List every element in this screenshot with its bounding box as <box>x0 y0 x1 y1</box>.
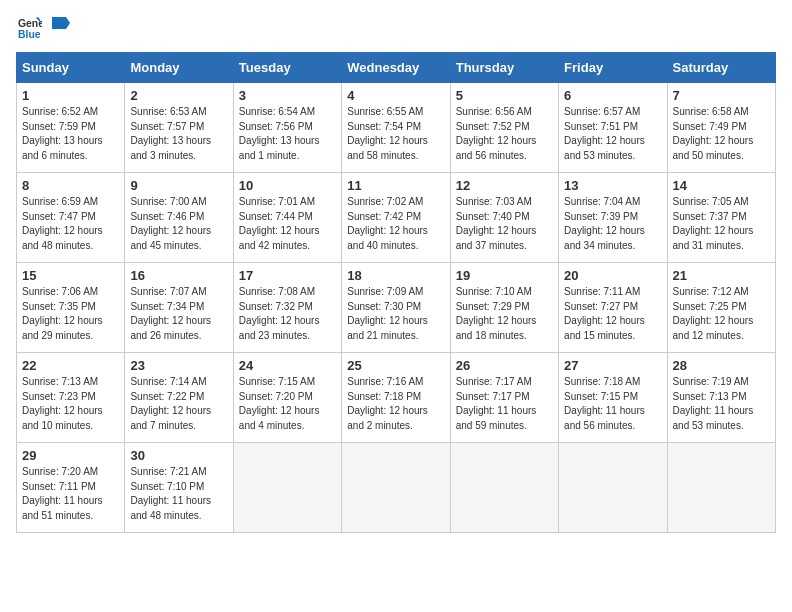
day-number: 11 <box>347 178 444 193</box>
calendar-cell: 22Sunrise: 7:13 AM Sunset: 7:23 PM Dayli… <box>17 353 125 443</box>
day-info: Sunrise: 6:59 AM Sunset: 7:47 PM Dayligh… <box>22 195 119 253</box>
day-info: Sunrise: 6:53 AM Sunset: 7:57 PM Dayligh… <box>130 105 227 163</box>
day-info: Sunrise: 6:58 AM Sunset: 7:49 PM Dayligh… <box>673 105 770 163</box>
calendar-cell: 30Sunrise: 7:21 AM Sunset: 7:10 PM Dayli… <box>125 443 233 533</box>
calendar-cell: 6Sunrise: 6:57 AM Sunset: 7:51 PM Daylig… <box>559 83 667 173</box>
day-number: 21 <box>673 268 770 283</box>
calendar-cell: 13Sunrise: 7:04 AM Sunset: 7:39 PM Dayli… <box>559 173 667 263</box>
calendar-cell <box>342 443 450 533</box>
dow-header-tuesday: Tuesday <box>233 53 341 83</box>
calendar-cell: 1Sunrise: 6:52 AM Sunset: 7:59 PM Daylig… <box>17 83 125 173</box>
svg-text:Blue: Blue <box>18 29 41 40</box>
dow-header-monday: Monday <box>125 53 233 83</box>
calendar-cell: 28Sunrise: 7:19 AM Sunset: 7:13 PM Dayli… <box>667 353 775 443</box>
logo: General Blue <box>16 16 70 44</box>
day-number: 25 <box>347 358 444 373</box>
day-info: Sunrise: 7:10 AM Sunset: 7:29 PM Dayligh… <box>456 285 553 343</box>
day-number: 29 <box>22 448 119 463</box>
svg-marker-3 <box>52 17 66 29</box>
day-info: Sunrise: 7:17 AM Sunset: 7:17 PM Dayligh… <box>456 375 553 433</box>
calendar-cell <box>233 443 341 533</box>
calendar-cell: 23Sunrise: 7:14 AM Sunset: 7:22 PM Dayli… <box>125 353 233 443</box>
day-info: Sunrise: 6:56 AM Sunset: 7:52 PM Dayligh… <box>456 105 553 163</box>
calendar-body: 1Sunrise: 6:52 AM Sunset: 7:59 PM Daylig… <box>17 83 776 533</box>
day-info: Sunrise: 7:00 AM Sunset: 7:46 PM Dayligh… <box>130 195 227 253</box>
logo-flag-icon <box>48 15 70 37</box>
week-row-4: 22Sunrise: 7:13 AM Sunset: 7:23 PM Dayli… <box>17 353 776 443</box>
day-number: 22 <box>22 358 119 373</box>
day-info: Sunrise: 6:57 AM Sunset: 7:51 PM Dayligh… <box>564 105 661 163</box>
calendar-cell: 24Sunrise: 7:15 AM Sunset: 7:20 PM Dayli… <box>233 353 341 443</box>
calendar-cell: 27Sunrise: 7:18 AM Sunset: 7:15 PM Dayli… <box>559 353 667 443</box>
day-number: 5 <box>456 88 553 103</box>
dow-header-thursday: Thursday <box>450 53 558 83</box>
day-info: Sunrise: 6:54 AM Sunset: 7:56 PM Dayligh… <box>239 105 336 163</box>
day-number: 14 <box>673 178 770 193</box>
calendar-cell: 9Sunrise: 7:00 AM Sunset: 7:46 PM Daylig… <box>125 173 233 263</box>
calendar-cell: 21Sunrise: 7:12 AM Sunset: 7:25 PM Dayli… <box>667 263 775 353</box>
dow-header-wednesday: Wednesday <box>342 53 450 83</box>
calendar-cell: 15Sunrise: 7:06 AM Sunset: 7:35 PM Dayli… <box>17 263 125 353</box>
day-number: 16 <box>130 268 227 283</box>
day-number: 13 <box>564 178 661 193</box>
calendar-cell: 16Sunrise: 7:07 AM Sunset: 7:34 PM Dayli… <box>125 263 233 353</box>
calendar-cell: 11Sunrise: 7:02 AM Sunset: 7:42 PM Dayli… <box>342 173 450 263</box>
day-info: Sunrise: 7:21 AM Sunset: 7:10 PM Dayligh… <box>130 465 227 523</box>
calendar-cell <box>450 443 558 533</box>
day-info: Sunrise: 7:05 AM Sunset: 7:37 PM Dayligh… <box>673 195 770 253</box>
day-number: 10 <box>239 178 336 193</box>
dow-header-saturday: Saturday <box>667 53 775 83</box>
logo-icon: General Blue <box>18 16 42 40</box>
days-of-week-row: SundayMondayTuesdayWednesdayThursdayFrid… <box>17 53 776 83</box>
dow-header-friday: Friday <box>559 53 667 83</box>
day-number: 17 <box>239 268 336 283</box>
day-info: Sunrise: 7:02 AM Sunset: 7:42 PM Dayligh… <box>347 195 444 253</box>
calendar-cell: 29Sunrise: 7:20 AM Sunset: 7:11 PM Dayli… <box>17 443 125 533</box>
day-number: 28 <box>673 358 770 373</box>
week-row-5: 29Sunrise: 7:20 AM Sunset: 7:11 PM Dayli… <box>17 443 776 533</box>
day-number: 18 <box>347 268 444 283</box>
day-info: Sunrise: 6:55 AM Sunset: 7:54 PM Dayligh… <box>347 105 444 163</box>
day-info: Sunrise: 7:06 AM Sunset: 7:35 PM Dayligh… <box>22 285 119 343</box>
day-number: 30 <box>130 448 227 463</box>
day-info: Sunrise: 7:03 AM Sunset: 7:40 PM Dayligh… <box>456 195 553 253</box>
calendar-cell: 7Sunrise: 6:58 AM Sunset: 7:49 PM Daylig… <box>667 83 775 173</box>
calendar-cell: 5Sunrise: 6:56 AM Sunset: 7:52 PM Daylig… <box>450 83 558 173</box>
calendar-cell: 26Sunrise: 7:17 AM Sunset: 7:17 PM Dayli… <box>450 353 558 443</box>
day-number: 3 <box>239 88 336 103</box>
calendar-cell: 12Sunrise: 7:03 AM Sunset: 7:40 PM Dayli… <box>450 173 558 263</box>
day-info: Sunrise: 7:19 AM Sunset: 7:13 PM Dayligh… <box>673 375 770 433</box>
day-number: 7 <box>673 88 770 103</box>
week-row-3: 15Sunrise: 7:06 AM Sunset: 7:35 PM Dayli… <box>17 263 776 353</box>
day-info: Sunrise: 7:09 AM Sunset: 7:30 PM Dayligh… <box>347 285 444 343</box>
svg-marker-4 <box>66 17 70 29</box>
calendar-cell: 20Sunrise: 7:11 AM Sunset: 7:27 PM Dayli… <box>559 263 667 353</box>
day-number: 4 <box>347 88 444 103</box>
day-number: 15 <box>22 268 119 283</box>
day-number: 23 <box>130 358 227 373</box>
day-number: 20 <box>564 268 661 283</box>
calendar-table: SundayMondayTuesdayWednesdayThursdayFrid… <box>16 52 776 533</box>
week-row-2: 8Sunrise: 6:59 AM Sunset: 7:47 PM Daylig… <box>17 173 776 263</box>
day-number: 12 <box>456 178 553 193</box>
day-number: 24 <box>239 358 336 373</box>
calendar-cell: 17Sunrise: 7:08 AM Sunset: 7:32 PM Dayli… <box>233 263 341 353</box>
day-info: Sunrise: 7:15 AM Sunset: 7:20 PM Dayligh… <box>239 375 336 433</box>
day-info: Sunrise: 7:20 AM Sunset: 7:11 PM Dayligh… <box>22 465 119 523</box>
day-info: Sunrise: 7:11 AM Sunset: 7:27 PM Dayligh… <box>564 285 661 343</box>
day-info: Sunrise: 7:18 AM Sunset: 7:15 PM Dayligh… <box>564 375 661 433</box>
page-header: General Blue <box>16 16 776 44</box>
calendar-cell: 3Sunrise: 6:54 AM Sunset: 7:56 PM Daylig… <box>233 83 341 173</box>
calendar-cell: 18Sunrise: 7:09 AM Sunset: 7:30 PM Dayli… <box>342 263 450 353</box>
day-info: Sunrise: 7:01 AM Sunset: 7:44 PM Dayligh… <box>239 195 336 253</box>
calendar-cell: 10Sunrise: 7:01 AM Sunset: 7:44 PM Dayli… <box>233 173 341 263</box>
day-info: Sunrise: 6:52 AM Sunset: 7:59 PM Dayligh… <box>22 105 119 163</box>
day-info: Sunrise: 7:04 AM Sunset: 7:39 PM Dayligh… <box>564 195 661 253</box>
calendar-cell: 8Sunrise: 6:59 AM Sunset: 7:47 PM Daylig… <box>17 173 125 263</box>
dow-header-sunday: Sunday <box>17 53 125 83</box>
calendar-cell: 19Sunrise: 7:10 AM Sunset: 7:29 PM Dayli… <box>450 263 558 353</box>
calendar-cell <box>667 443 775 533</box>
week-row-1: 1Sunrise: 6:52 AM Sunset: 7:59 PM Daylig… <box>17 83 776 173</box>
calendar-cell: 2Sunrise: 6:53 AM Sunset: 7:57 PM Daylig… <box>125 83 233 173</box>
day-number: 2 <box>130 88 227 103</box>
